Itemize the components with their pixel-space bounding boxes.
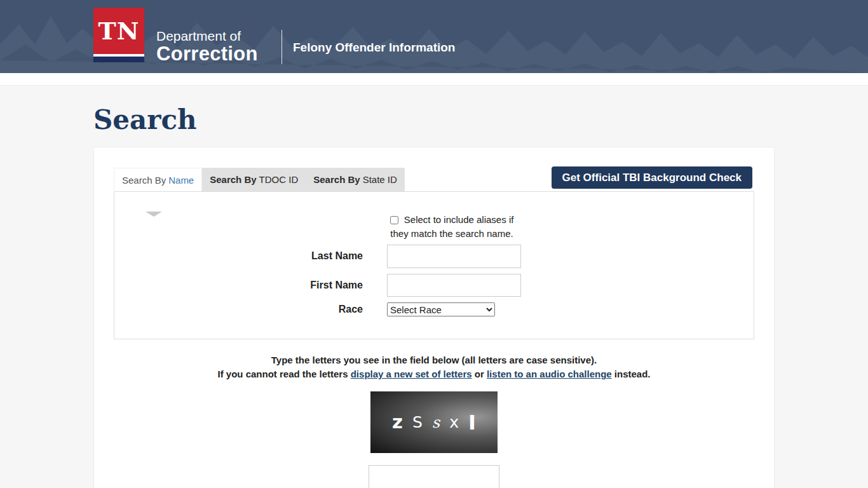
app-title: Felony Offender Information: [293, 41, 455, 55]
tn-state-logo[interactable]: TN: [93, 8, 144, 62]
include-aliases-checkbox[interactable]: [390, 216, 398, 224]
captcha-letter: z: [392, 413, 403, 431]
captcha-instruction-line2: If you cannot read the letters display a…: [94, 367, 774, 381]
captcha-answer-input[interactable]: [369, 465, 499, 488]
tab-prefix: Search By: [313, 174, 360, 185]
search-tabs: Search By Name Search By TDOC ID Search …: [114, 168, 405, 191]
header-white-band: [0, 73, 868, 86]
department-line2: Correction: [156, 43, 258, 65]
department-wordmark: Department of Correction: [156, 29, 258, 65]
captcha-letter: S: [412, 414, 423, 430]
tn-logo-navy-stripe: [93, 57, 144, 62]
captcha-line2-or: or: [475, 369, 484, 379]
captcha-input-wrap: [94, 453, 774, 488]
captcha-letter: I: [468, 412, 476, 433]
tab-search-by-name[interactable]: Search By Name: [114, 168, 202, 191]
captcha-line2-prefix: If you cannot read the letters: [217, 369, 348, 379]
page-title: Search: [93, 105, 868, 135]
tab-label: TDOC ID: [259, 174, 299, 185]
last-name-row: Last Name: [114, 245, 754, 268]
tab-search-by-state-id[interactable]: Search By State ID: [306, 168, 405, 191]
last-name-input[interactable]: [387, 245, 521, 268]
race-select[interactable]: Select Race: [387, 302, 495, 316]
active-tab-caret-icon: [146, 212, 162, 217]
alias-note-line1: Select to include aliases if: [404, 214, 514, 225]
department-line1: Department of: [156, 29, 258, 43]
tab-prefix: Search By: [122, 175, 166, 186]
tn-logo-text: TN: [98, 17, 139, 45]
site-header: TN Department of Correction Felony Offen…: [0, 0, 868, 73]
name-search-form-panel: Select to include aliases if they match …: [114, 191, 754, 339]
alias-note-line2: they match the search name.: [386, 227, 517, 241]
tab-prefix: Search By: [210, 174, 256, 185]
race-row: Race Select Race: [114, 302, 754, 316]
race-label: Race: [114, 302, 387, 316]
tn-logo-red-block: TN: [93, 8, 144, 54]
captcha-letter: s: [432, 415, 440, 430]
audio-challenge-link[interactable]: listen to an audio challenge: [487, 369, 612, 379]
captcha-section: Type the letters you see in the field be…: [94, 353, 774, 488]
alias-note: Select to include aliases if they match …: [386, 213, 517, 241]
tab-label: State ID: [363, 174, 397, 185]
tab-search-by-tdoc-id[interactable]: Search By TDOC ID: [202, 168, 306, 191]
tab-label: Name: [168, 175, 194, 186]
search-card: Search By Name Search By TDOC ID Search …: [93, 147, 775, 488]
new-letters-link[interactable]: display a new set of letters: [351, 369, 472, 379]
last-name-label: Last Name: [114, 245, 387, 268]
captcha-letter: x: [449, 414, 459, 430]
tbi-background-check-button[interactable]: Get Official TBI Background Check: [552, 166, 752, 189]
captcha-instruction-line1: Type the letters you see in the field be…: [94, 353, 774, 367]
search-card-header: Search By Name Search By TDOC ID Search …: [94, 147, 774, 191]
first-name-label: First Name: [114, 274, 387, 297]
captcha-image: z S s x I: [370, 391, 498, 453]
first-name-row: First Name: [114, 274, 754, 297]
header-divider: [281, 30, 282, 64]
captcha-line2-suffix: instead.: [614, 369, 651, 379]
first-name-input[interactable]: [387, 274, 521, 297]
